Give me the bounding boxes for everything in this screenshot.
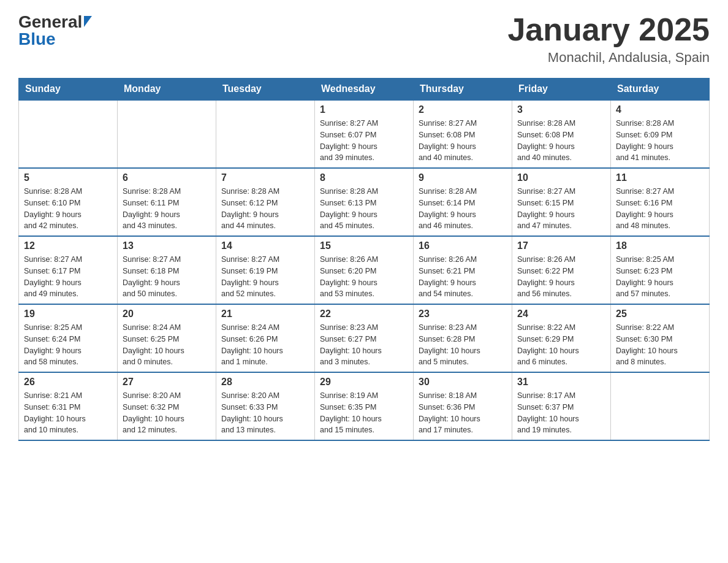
day-info: Sunrise: 8:19 AM Sunset: 6:35 PM Dayligh… bbox=[320, 390, 408, 436]
day-info: Sunrise: 8:28 AM Sunset: 6:12 PM Dayligh… bbox=[221, 186, 309, 232]
calendar-cell-w3-d2: 14Sunrise: 8:27 AM Sunset: 6:19 PM Dayli… bbox=[216, 236, 315, 304]
weekday-header-row: SundayMondayTuesdayWednesdayThursdayFrid… bbox=[19, 79, 710, 101]
day-info: Sunrise: 8:28 AM Sunset: 6:09 PM Dayligh… bbox=[616, 118, 704, 164]
logo: General Blue bbox=[18, 12, 92, 49]
day-number: 16 bbox=[419, 240, 507, 251]
day-info: Sunrise: 8:27 AM Sunset: 6:15 PM Dayligh… bbox=[517, 186, 605, 232]
day-info: Sunrise: 8:27 AM Sunset: 6:16 PM Dayligh… bbox=[616, 186, 704, 232]
calendar-week-3: 12Sunrise: 8:27 AM Sunset: 6:17 PM Dayli… bbox=[19, 236, 710, 304]
day-number: 31 bbox=[517, 377, 605, 388]
day-info: Sunrise: 8:27 AM Sunset: 6:18 PM Dayligh… bbox=[123, 254, 211, 300]
calendar-cell-w4-d4: 23Sunrise: 8:23 AM Sunset: 6:28 PM Dayli… bbox=[414, 304, 512, 372]
calendar-table: SundayMondayTuesdayWednesdayThursdayFrid… bbox=[18, 78, 710, 441]
weekday-header-wednesday: Wednesday bbox=[315, 79, 414, 101]
calendar-week-5: 26Sunrise: 8:21 AM Sunset: 6:31 PM Dayli… bbox=[19, 372, 710, 440]
day-number: 17 bbox=[517, 240, 605, 251]
weekday-header-saturday: Saturday bbox=[611, 79, 710, 101]
day-number: 10 bbox=[517, 172, 605, 183]
calendar-cell-w2-d4: 9Sunrise: 8:28 AM Sunset: 6:14 PM Daylig… bbox=[414, 168, 512, 236]
day-info: Sunrise: 8:27 AM Sunset: 6:07 PM Dayligh… bbox=[320, 118, 408, 164]
day-number: 23 bbox=[419, 308, 507, 320]
calendar-cell-w2-d2: 7Sunrise: 8:28 AM Sunset: 6:12 PM Daylig… bbox=[216, 168, 315, 236]
day-number: 30 bbox=[419, 377, 507, 388]
calendar-cell-w1-d5: 3Sunrise: 8:28 AM Sunset: 6:08 PM Daylig… bbox=[512, 100, 611, 168]
day-info: Sunrise: 8:28 AM Sunset: 6:11 PM Dayligh… bbox=[123, 186, 211, 232]
day-info: Sunrise: 8:28 AM Sunset: 6:14 PM Dayligh… bbox=[419, 186, 507, 232]
day-info: Sunrise: 8:22 AM Sunset: 6:30 PM Dayligh… bbox=[616, 322, 704, 368]
day-info: Sunrise: 8:26 AM Sunset: 6:21 PM Dayligh… bbox=[419, 254, 507, 300]
calendar-cell-w4-d0: 19Sunrise: 8:25 AM Sunset: 6:24 PM Dayli… bbox=[19, 304, 118, 372]
day-number: 14 bbox=[221, 240, 309, 251]
day-number: 8 bbox=[320, 172, 408, 183]
calendar-cell-w5-d2: 28Sunrise: 8:20 AM Sunset: 6:33 PM Dayli… bbox=[216, 372, 315, 440]
calendar-cell-w4-d1: 20Sunrise: 8:24 AM Sunset: 6:25 PM Dayli… bbox=[118, 304, 216, 372]
calendar-cell-w5-d4: 30Sunrise: 8:18 AM Sunset: 6:36 PM Dayli… bbox=[414, 372, 512, 440]
day-info: Sunrise: 8:26 AM Sunset: 6:22 PM Dayligh… bbox=[517, 254, 605, 300]
day-number: 5 bbox=[24, 172, 112, 183]
weekday-header-sunday: Sunday bbox=[19, 79, 118, 101]
calendar-cell-w1-d3: 1Sunrise: 8:27 AM Sunset: 6:07 PM Daylig… bbox=[315, 100, 414, 168]
logo-arrow-icon bbox=[84, 16, 92, 27]
calendar-cell-w2-d5: 10Sunrise: 8:27 AM Sunset: 6:15 PM Dayli… bbox=[512, 168, 611, 236]
day-info: Sunrise: 8:23 AM Sunset: 6:28 PM Dayligh… bbox=[419, 322, 507, 368]
calendar-cell-w3-d5: 17Sunrise: 8:26 AM Sunset: 6:22 PM Dayli… bbox=[512, 236, 611, 304]
day-info: Sunrise: 8:27 AM Sunset: 6:17 PM Dayligh… bbox=[24, 254, 112, 300]
day-info: Sunrise: 8:23 AM Sunset: 6:27 PM Dayligh… bbox=[320, 322, 408, 368]
calendar-cell-w3-d1: 13Sunrise: 8:27 AM Sunset: 6:18 PM Dayli… bbox=[118, 236, 216, 304]
day-number: 15 bbox=[320, 240, 408, 251]
day-number: 28 bbox=[221, 377, 309, 388]
logo-blue-text: Blue bbox=[18, 29, 56, 49]
day-info: Sunrise: 8:28 AM Sunset: 6:13 PM Dayligh… bbox=[320, 186, 408, 232]
weekday-header-friday: Friday bbox=[512, 79, 611, 101]
day-info: Sunrise: 8:22 AM Sunset: 6:29 PM Dayligh… bbox=[517, 322, 605, 368]
calendar-cell-w3-d3: 15Sunrise: 8:26 AM Sunset: 6:20 PM Dayli… bbox=[315, 236, 414, 304]
weekday-header-monday: Monday bbox=[118, 79, 216, 101]
calendar-cell-w5-d1: 27Sunrise: 8:20 AM Sunset: 6:32 PM Dayli… bbox=[118, 372, 216, 440]
calendar-cell-w1-d6: 4Sunrise: 8:28 AM Sunset: 6:09 PM Daylig… bbox=[611, 100, 710, 168]
day-number: 13 bbox=[123, 240, 211, 251]
day-info: Sunrise: 8:27 AM Sunset: 6:08 PM Dayligh… bbox=[419, 118, 507, 164]
day-info: Sunrise: 8:25 AM Sunset: 6:24 PM Dayligh… bbox=[24, 322, 112, 368]
calendar-cell-w5-d5: 31Sunrise: 8:17 AM Sunset: 6:37 PM Dayli… bbox=[512, 372, 611, 440]
day-info: Sunrise: 8:20 AM Sunset: 6:33 PM Dayligh… bbox=[221, 390, 309, 436]
day-number: 2 bbox=[419, 104, 507, 115]
calendar-week-2: 5Sunrise: 8:28 AM Sunset: 6:10 PM Daylig… bbox=[19, 168, 710, 236]
calendar-cell-w3-d0: 12Sunrise: 8:27 AM Sunset: 6:17 PM Dayli… bbox=[19, 236, 118, 304]
day-info: Sunrise: 8:21 AM Sunset: 6:31 PM Dayligh… bbox=[24, 390, 112, 436]
day-number: 12 bbox=[24, 240, 112, 251]
calendar-cell-w2-d3: 8Sunrise: 8:28 AM Sunset: 6:13 PM Daylig… bbox=[315, 168, 414, 236]
day-number: 1 bbox=[320, 104, 408, 115]
day-info: Sunrise: 8:17 AM Sunset: 6:37 PM Dayligh… bbox=[517, 390, 605, 436]
calendar-cell-w5-d3: 29Sunrise: 8:19 AM Sunset: 6:35 PM Dayli… bbox=[315, 372, 414, 440]
calendar-cell-w5-d0: 26Sunrise: 8:21 AM Sunset: 6:31 PM Dayli… bbox=[19, 372, 118, 440]
calendar-cell-w1-d0 bbox=[19, 100, 118, 168]
day-number: 7 bbox=[221, 172, 309, 183]
day-info: Sunrise: 8:27 AM Sunset: 6:19 PM Dayligh… bbox=[221, 254, 309, 300]
day-number: 22 bbox=[320, 308, 408, 320]
day-info: Sunrise: 8:28 AM Sunset: 6:08 PM Dayligh… bbox=[517, 118, 605, 164]
day-info: Sunrise: 8:28 AM Sunset: 6:10 PM Dayligh… bbox=[24, 186, 112, 232]
day-number: 6 bbox=[123, 172, 211, 183]
day-number: 24 bbox=[517, 308, 605, 320]
day-info: Sunrise: 8:25 AM Sunset: 6:23 PM Dayligh… bbox=[616, 254, 704, 300]
day-number: 4 bbox=[616, 104, 704, 115]
calendar-cell-w3-d4: 16Sunrise: 8:26 AM Sunset: 6:21 PM Dayli… bbox=[414, 236, 512, 304]
day-info: Sunrise: 8:18 AM Sunset: 6:36 PM Dayligh… bbox=[419, 390, 507, 436]
day-info: Sunrise: 8:24 AM Sunset: 6:26 PM Dayligh… bbox=[221, 322, 309, 368]
calendar-cell-w1-d4: 2Sunrise: 8:27 AM Sunset: 6:08 PM Daylig… bbox=[414, 100, 512, 168]
day-number: 25 bbox=[616, 308, 704, 320]
day-number: 26 bbox=[24, 377, 112, 388]
day-info: Sunrise: 8:26 AM Sunset: 6:20 PM Dayligh… bbox=[320, 254, 408, 300]
calendar-subtitle: Monachil, Andalusia, Spain bbox=[507, 50, 710, 66]
calendar-cell-w3-d6: 18Sunrise: 8:25 AM Sunset: 6:23 PM Dayli… bbox=[611, 236, 710, 304]
day-number: 19 bbox=[24, 308, 112, 320]
day-number: 3 bbox=[517, 104, 605, 115]
calendar-cell-w4-d3: 22Sunrise: 8:23 AM Sunset: 6:27 PM Dayli… bbox=[315, 304, 414, 372]
calendar-title: January 2025 bbox=[507, 12, 710, 47]
calendar-cell-w5-d6 bbox=[611, 372, 710, 440]
weekday-header-thursday: Thursday bbox=[414, 79, 512, 101]
day-number: 29 bbox=[320, 377, 408, 388]
calendar-week-4: 19Sunrise: 8:25 AM Sunset: 6:24 PM Dayli… bbox=[19, 304, 710, 372]
day-number: 18 bbox=[616, 240, 704, 251]
page-header: General Blue January 2025 Monachil, Anda… bbox=[18, 12, 710, 66]
